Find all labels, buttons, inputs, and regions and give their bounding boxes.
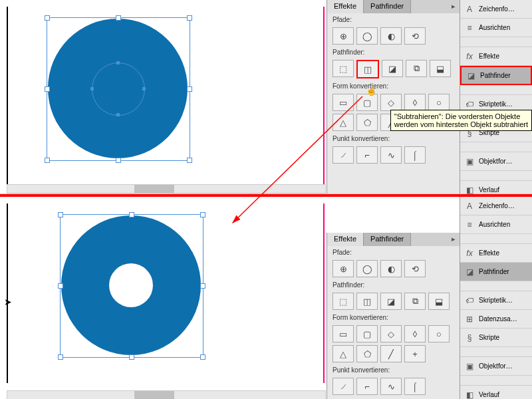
triangle-icon[interactable]: △ (332, 114, 354, 131)
sel-handle[interactable] (58, 212, 63, 217)
inverse-rounded-icon[interactable]: ◊ (404, 325, 426, 342)
sidebar-item-object-styles[interactable]: ▣Objektfor… (460, 152, 532, 171)
canvas-top (7, 7, 319, 186)
section-pathfinder: Pathfinder: (327, 46, 460, 59)
sel-handle[interactable] (187, 158, 192, 163)
sidebar-item-pathfinder[interactable]: ◪Pathfinder (460, 263, 532, 281)
minus-back-icon[interactable]: ⬓ (430, 60, 451, 77)
subtract-button[interactable]: ◫ (356, 60, 379, 78)
sel-handle[interactable] (129, 354, 134, 360)
sidebar-item-effects[interactable]: fxEffekte (460, 47, 532, 66)
guide-right (323, 7, 325, 186)
path-join-icon[interactable]: ⊕ (332, 260, 354, 277)
plus-icon[interactable]: + (404, 345, 426, 362)
intersect-icon[interactable]: ◪ (380, 293, 402, 310)
object-styles-icon: ▣ (464, 361, 475, 372)
sel-handle[interactable] (58, 354, 63, 360)
sel-handle[interactable] (116, 15, 121, 21)
beveled-rect-icon[interactable]: ◇ (380, 325, 402, 342)
scrollbar[interactable] (7, 390, 326, 399)
panel-tabs: Effekte Pathfinder ▸ (327, 233, 460, 246)
sidebar-item-effects[interactable]: fxEffekte (460, 244, 532, 263)
char-icon: A (464, 4, 475, 15)
plain-point-icon[interactable]: ⟋ (332, 378, 354, 395)
sidebar-item-align[interactable]: ≡Ausrichten (460, 215, 532, 234)
sel-handle[interactable] (129, 212, 134, 217)
inverse-rounded-icon[interactable]: ◊ (404, 94, 426, 111)
section-convert-point: Punkt konvertieren: (327, 132, 460, 145)
rect-icon[interactable]: ▭ (332, 325, 354, 342)
path-close-icon[interactable]: ◐ (380, 260, 402, 277)
sel-handle[interactable] (200, 283, 205, 289)
smooth-point-icon[interactable]: ∿ (380, 146, 402, 164)
path-close-icon[interactable]: ◐ (380, 27, 402, 45)
subtract-tooltip: "Subtrahieren": Die vordersten Objekte w… (390, 110, 532, 131)
char-icon: A (464, 201, 475, 211)
sidebar-item-gradient[interactable]: ◧Verlauf (460, 386, 532, 399)
path-open-icon[interactable]: ◯ (356, 260, 378, 277)
guide-right (323, 203, 325, 383)
path-reverse-icon[interactable]: ⟲ (404, 260, 426, 277)
pathfinder-panel: Effekte Pathfinder ▸ Pfade: ⊕ ◯ ◐ ⟲ Path… (327, 233, 460, 399)
sidebar-item-char[interactable]: AZeichenfo… (460, 197, 532, 215)
rect-icon[interactable]: ▭ (332, 94, 354, 111)
scrollbar-thumb[interactable] (134, 185, 174, 193)
sel-handle[interactable] (58, 283, 63, 289)
plain-point-icon[interactable]: ⟋ (332, 146, 354, 164)
exclude-icon[interactable]: ⧉ (406, 60, 427, 77)
corner-point-icon[interactable]: ⌐ (356, 146, 378, 164)
sidebar-item-align[interactable]: ≡Ausrichten (460, 19, 532, 37)
sel-handle[interactable] (45, 158, 50, 163)
triangle-icon[interactable]: △ (332, 345, 354, 362)
fx-icon: fx (464, 248, 475, 259)
sidebar-item-script-labels[interactable]: 🏷Skriptetik… (460, 291, 532, 310)
section-pathfinder: Pathfinder: (327, 279, 460, 291)
sel-handle[interactable] (45, 86, 50, 92)
sel-handle[interactable] (187, 15, 192, 21)
sel-handle[interactable] (200, 212, 205, 217)
smooth-point-icon[interactable]: ∿ (380, 378, 402, 395)
tab-pathfinder[interactable]: Pathfinder (364, 0, 411, 13)
intersect-icon[interactable]: ◪ (382, 60, 403, 77)
add-icon[interactable]: ⬚ (332, 60, 354, 77)
sidebar-item-pathfinder[interactable]: ◪Pathfinder (460, 66, 532, 85)
tab-effects[interactable]: Effekte (327, 233, 364, 246)
path-join-icon[interactable]: ⊕ (332, 27, 354, 45)
minus-back-icon[interactable]: ⬓ (428, 293, 450, 310)
symmetrical-point-icon[interactable]: ⌠ (404, 146, 426, 164)
polygon-icon[interactable]: ⬠ (356, 114, 378, 131)
symmetrical-point-icon[interactable]: ⌠ (404, 378, 426, 395)
add-icon[interactable]: ⬚ (332, 293, 354, 310)
sel-handle[interactable] (116, 158, 121, 163)
tag-icon: 🏷 (464, 295, 475, 306)
tab-effects[interactable]: Effekte (327, 0, 364, 13)
ellipse-icon[interactable]: ○ (428, 325, 450, 342)
polygon-icon[interactable]: ⬠ (356, 345, 378, 362)
sidebar-item-data-merge[interactable]: ⊞Datenzusa… (460, 310, 532, 329)
line-icon[interactable]: ╱ (380, 345, 402, 362)
sidebar-item-object-styles[interactable]: ▣Objektfor… (460, 357, 532, 376)
path-open-icon[interactable]: ◯ (356, 27, 378, 45)
panel-flyout[interactable]: ▸ (447, 233, 460, 246)
sel-handle[interactable] (187, 86, 192, 92)
tab-pathfinder[interactable]: Pathfinder (364, 233, 411, 246)
sidebar-item-label: Skripte (479, 334, 499, 341)
beveled-rect-icon[interactable]: ◇ (380, 94, 402, 111)
panel-flyout[interactable]: ▸ (447, 0, 460, 13)
selection-box (47, 17, 190, 161)
scrollbar[interactable] (7, 184, 326, 194)
rounded-rect-icon[interactable]: ▢ (356, 94, 378, 111)
align-icon: ≡ (464, 219, 475, 230)
sel-handle[interactable] (200, 354, 205, 360)
path-reverse-icon[interactable]: ⟲ (404, 27, 426, 45)
ellipse-icon[interactable]: ○ (428, 94, 450, 111)
sel-handle[interactable] (45, 15, 50, 21)
scrollbar-thumb[interactable] (134, 391, 174, 399)
subtract-icon[interactable]: ◫ (356, 293, 378, 310)
sidebar-item-char[interactable]: AZeichenfo… (460, 0, 532, 19)
sidebar-item-scripts[interactable]: §Skripte (460, 329, 532, 347)
corner-point-icon[interactable]: ⌐ (356, 378, 378, 395)
rounded-rect-icon[interactable]: ▢ (356, 325, 378, 342)
cursor-arrow-icon: ➤ (4, 297, 12, 307)
exclude-icon[interactable]: ⧉ (404, 293, 426, 310)
